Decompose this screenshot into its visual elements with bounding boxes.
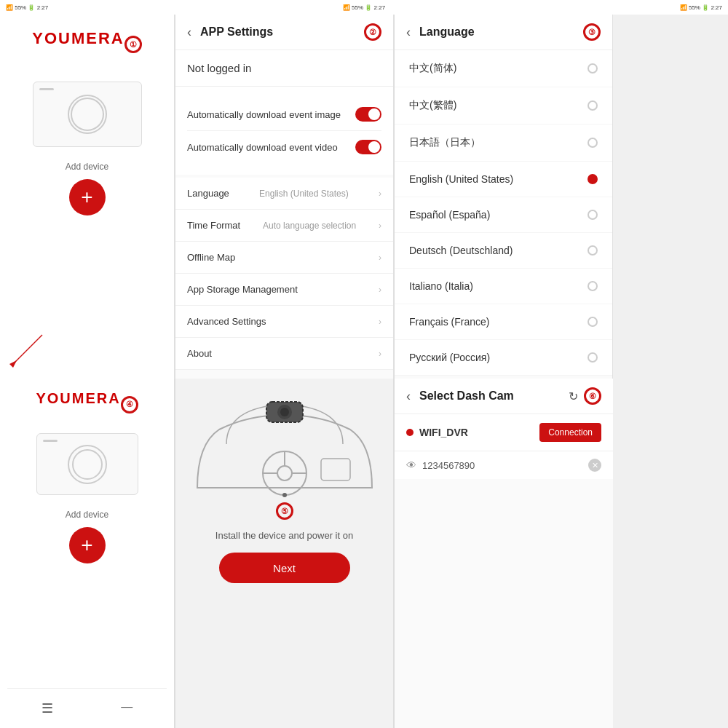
select-dash-cam-header: ‹ Select Dash Cam ↻ ⑥ bbox=[395, 379, 613, 414]
language-item[interactable]: 日本語（日本） bbox=[395, 124, 612, 162]
language-item[interactable]: Русский (Россия) bbox=[395, 340, 612, 376]
auto-download-image-row: Automatically download event image bbox=[187, 98, 381, 131]
badge-1: ① bbox=[124, 36, 142, 53]
svg-line-1 bbox=[13, 335, 42, 364]
logo-row-2: YOUMERA ④ bbox=[36, 390, 138, 419]
time-format-row[interactable]: Time Format Auto language selection › bbox=[175, 210, 393, 242]
language-radio[interactable] bbox=[587, 100, 598, 111]
language-item[interactable]: 中文(简体) bbox=[395, 50, 612, 87]
offline-map-chevron: › bbox=[379, 253, 381, 263]
language-list: 中文(简体) 中文(繁體) 日本語（日本） English (United St… bbox=[395, 50, 612, 376]
svg-rect-11 bbox=[321, 459, 350, 480]
select-dash-cam-back[interactable]: ‹ bbox=[406, 389, 411, 404]
time-format-chevron: › bbox=[379, 221, 381, 231]
svg-point-3 bbox=[73, 450, 102, 479]
install-text: Install the device and power it on bbox=[215, 530, 353, 541]
settings-title: APP Settings bbox=[200, 25, 364, 39]
language-radio[interactable] bbox=[587, 352, 598, 363]
add-device-label: Add device bbox=[66, 162, 108, 172]
status-left: 📶 55% 🔋 2:27 bbox=[6, 4, 48, 11]
language-back-button[interactable]: ‹ bbox=[406, 25, 411, 40]
about-row[interactable]: About › bbox=[175, 338, 393, 370]
settings-header: ‹ APP Settings ② bbox=[175, 15, 393, 50]
svg-point-15 bbox=[282, 493, 287, 497]
advanced-settings-row[interactable]: Advanced Settings › bbox=[175, 306, 393, 338]
status-right: 📶 55% 🔋 2:27 bbox=[680, 4, 722, 11]
language-value: English (United States) bbox=[259, 189, 349, 199]
svg-marker-2 bbox=[9, 360, 17, 368]
app-storage-label: App Storage Management bbox=[187, 284, 298, 295]
auto-download-video-toggle[interactable] bbox=[355, 140, 381, 154]
badge-6: ⑥ bbox=[584, 387, 601, 405]
dashboard-illustration bbox=[190, 386, 379, 502]
badge-5-annotation: ⑤ bbox=[276, 502, 293, 520]
badge-2: ② bbox=[364, 23, 381, 41]
advanced-settings-label: Advanced Settings bbox=[187, 316, 266, 327]
not-logged-in[interactable]: Not logged in bbox=[175, 50, 393, 87]
app-storage-row[interactable]: App Storage Management › bbox=[175, 274, 393, 306]
language-radio[interactable] bbox=[587, 210, 598, 220]
next-button[interactable]: Next bbox=[219, 553, 350, 583]
arrow-annotation bbox=[6, 328, 50, 371]
camera-icon-2 bbox=[70, 447, 105, 482]
device-bar-2 bbox=[43, 440, 58, 442]
language-item-label: Français (France) bbox=[409, 316, 489, 328]
svg-point-7 bbox=[277, 466, 292, 480]
language-item[interactable]: English (United States) bbox=[395, 162, 612, 197]
language-item-label: Español (España) bbox=[409, 209, 490, 221]
language-row[interactable]: Language English (United States) › bbox=[175, 178, 393, 210]
wifi-dvr-row: WIFI_DVR Connection bbox=[395, 414, 613, 451]
language-radio[interactable] bbox=[587, 317, 598, 327]
time-format-label: Time Format bbox=[187, 220, 240, 231]
auto-download-image-label: Automatically download event image bbox=[187, 109, 341, 120]
back-button[interactable]: ‹ bbox=[187, 25, 191, 40]
wifi-dvr-name: WIFI_DVR bbox=[419, 427, 539, 438]
password-field: 1234567890 bbox=[422, 460, 588, 471]
menu-icon-2[interactable]: ☰ bbox=[41, 700, 53, 716]
language-item-label: 中文(繁體) bbox=[409, 99, 456, 112]
offline-map-row[interactable]: Offline Map › bbox=[175, 242, 393, 274]
auto-download-image-toggle[interactable] bbox=[355, 107, 381, 122]
language-radio[interactable] bbox=[587, 63, 598, 74]
status-bar: 📶 55% 🔋 2:27 📶 55% 🔋 2:27 📶 55% 🔋 2:27 bbox=[0, 0, 728, 15]
select-dash-cam-title: Select Dash Cam bbox=[419, 389, 569, 403]
language-item[interactable]: Deutsch (Deutschland) bbox=[395, 233, 612, 269]
language-label: Language bbox=[187, 188, 229, 199]
refresh-icon[interactable]: ↻ bbox=[569, 389, 578, 403]
panel-select-dash-cam: ‹ Select Dash Cam ↻ ⑥ WIFI_DVR Connectio… bbox=[395, 379, 613, 728]
language-item-label: 中文(简体) bbox=[409, 62, 456, 75]
language-radio[interactable] bbox=[587, 281, 598, 291]
about-label: About bbox=[187, 348, 212, 359]
eye-icon[interactable]: 👁 bbox=[406, 459, 416, 471]
connect-button[interactable]: Connection bbox=[539, 423, 601, 442]
badge-5: ⑤ bbox=[276, 502, 293, 520]
badge-3: ③ bbox=[583, 23, 601, 41]
language-item[interactable]: Italiano (Italia) bbox=[395, 269, 612, 304]
time-format-value: Auto language selection bbox=[263, 221, 356, 231]
add-device-label-2: Add device bbox=[66, 510, 108, 520]
svg-point-14 bbox=[280, 408, 289, 416]
gallery-icon-2[interactable]: — bbox=[121, 700, 132, 716]
about-chevron: › bbox=[379, 349, 381, 359]
download-settings-section: Automatically download event image Autom… bbox=[175, 87, 393, 175]
logo-row: YOUMERA ① bbox=[32, 29, 141, 60]
language-radio[interactable] bbox=[587, 174, 598, 184]
language-radio[interactable] bbox=[587, 245, 598, 256]
clear-password-button[interactable]: ✕ bbox=[588, 459, 601, 472]
language-item[interactable]: Français (France) bbox=[395, 304, 612, 340]
language-radio[interactable] bbox=[587, 138, 598, 148]
language-item[interactable]: 中文(繁體) bbox=[395, 87, 612, 124]
camera-icon bbox=[69, 96, 106, 132]
language-item[interactable]: Español (España) bbox=[395, 197, 612, 233]
advanced-settings-chevron: › bbox=[379, 317, 381, 327]
add-device-button[interactable]: + bbox=[69, 179, 106, 215]
badge-4: ④ bbox=[121, 396, 138, 414]
svg-point-0 bbox=[71, 98, 103, 130]
offline-map-label: Offline Map bbox=[187, 252, 235, 263]
app-logo: YOUMERA bbox=[32, 29, 124, 48]
language-title: Language bbox=[419, 25, 583, 39]
add-device-button-2[interactable]: + bbox=[69, 527, 106, 563]
status-mid: 📶 55% 🔋 2:27 bbox=[343, 4, 385, 11]
app-logo-2: YOUMERA bbox=[36, 390, 120, 407]
device-placeholder-2 bbox=[36, 433, 138, 495]
